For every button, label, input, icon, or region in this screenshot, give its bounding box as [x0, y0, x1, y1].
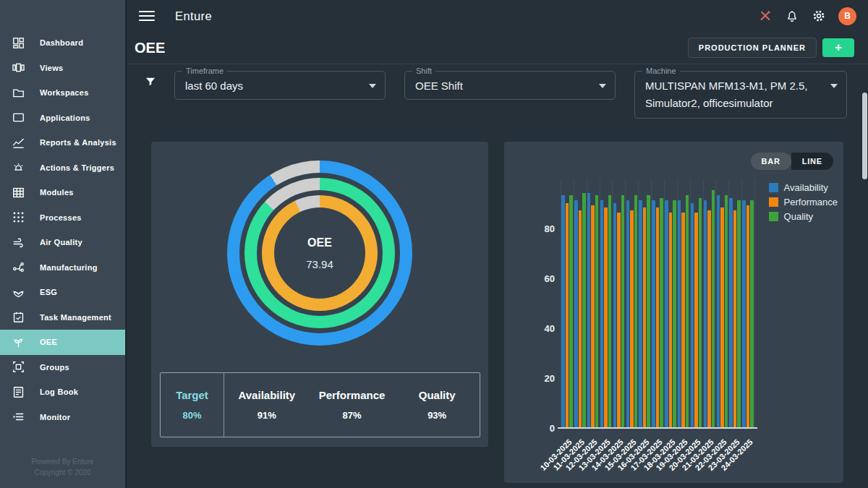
sidebar-item-oee[interactable]: OEE — [0, 330, 125, 355]
toggle-line[interactable]: LINE — [791, 153, 833, 170]
sidebar-item-groups[interactable]: Groups — [0, 355, 125, 380]
bar-availability — [574, 200, 578, 427]
legend-swatch — [769, 197, 778, 207]
bar-quality — [608, 195, 612, 427]
filter-icon[interactable] — [145, 76, 156, 87]
shift-select[interactable]: Shift OEE Shift — [404, 71, 616, 100]
siren-icon — [12, 160, 25, 174]
sidebar-item-label: Applications — [40, 114, 90, 122]
sidebar-item-actions-triggers[interactable]: Actions & Triggers — [0, 155, 125, 181]
leaf-icon — [12, 286, 25, 299]
bar-quality — [725, 195, 728, 427]
air-icon — [12, 236, 25, 249]
toggle-bar[interactable]: BAR — [751, 153, 791, 170]
sidebar-nav: DashboardViewsWorkspacesApplicationsRepo… — [0, 0, 125, 429]
copyright-text: Copyright © 2020 — [0, 467, 125, 478]
scrollbar-thumb[interactable] — [862, 93, 867, 179]
bar-group-18-03-2025 — [664, 200, 677, 427]
build-icon[interactable] — [758, 9, 773, 23]
bar-availability — [561, 195, 565, 427]
gridline — [754, 179, 755, 427]
x-tick-label: 24-03-2025 — [668, 435, 748, 448]
bar-availability — [704, 200, 707, 427]
bar-availability — [691, 203, 694, 428]
legend-item-quality[interactable]: Quality — [769, 211, 838, 222]
bar-availability — [639, 200, 642, 427]
bar-group-12-03-2025 — [587, 193, 600, 427]
legend-item-performance[interactable]: Performance — [769, 197, 838, 207]
y-tick-label: 80 — [523, 223, 555, 234]
sidebar-item-monitor[interactable]: Monitor — [0, 405, 125, 430]
bar-group-19-03-2025 — [677, 195, 690, 427]
notifications-icon[interactable] — [785, 9, 799, 23]
monitor-lines-icon — [12, 410, 25, 424]
sidebar-item-dashboard[interactable]: Dashboard — [0, 30, 125, 56]
timeframe-value: last 60 days — [175, 72, 385, 100]
timeframe-select[interactable]: Timeframe last 60 days — [174, 71, 386, 100]
stat-label: Availability — [239, 389, 296, 401]
oee-bar-chart-card: BARLINE AvailabilityPerformanceQuality 0… — [504, 142, 843, 483]
table-grid-icon — [12, 186, 25, 200]
sidebar-item-manufacturing[interactable]: Manufacturing — [0, 255, 125, 281]
bar-group-11-03-2025 — [574, 193, 587, 427]
sidebar-item-processes[interactable]: Processes — [0, 205, 125, 231]
bar-quality — [712, 190, 715, 427]
chevron-down-icon — [830, 84, 838, 88]
sidebar-item-log-book[interactable]: Log Book — [0, 380, 125, 405]
bar-quality — [660, 198, 663, 427]
avatar[interactable]: B — [838, 7, 856, 25]
donut-center-value: 73.94 — [306, 258, 333, 270]
bar-availability — [613, 203, 617, 428]
bar-availability — [729, 198, 733, 427]
donut-ring-performance: OEE73.94 — [244, 178, 395, 328]
sidebar-item-label: ESG — [40, 288, 57, 296]
sidebar-item-label: Log Book — [40, 388, 78, 396]
legend-item-availability[interactable]: Availability — [769, 182, 838, 193]
bar-performance — [604, 207, 608, 427]
sidebar-item-reports-analysis[interactable]: Reports & Analysis — [0, 130, 125, 155]
settings-icon[interactable] — [812, 9, 826, 23]
chart-type-toggle[interactable]: BARLINE — [751, 153, 834, 170]
shift-value: OEE Shift — [405, 72, 615, 100]
bar-quality — [647, 195, 650, 427]
bar-availability — [665, 200, 668, 427]
bar-group-15-03-2025 — [625, 195, 638, 427]
production-planner-button[interactable]: PRODUCTION PLANNER — [688, 38, 817, 58]
bar-performance — [681, 213, 685, 427]
y-tick-label: 60 — [523, 273, 555, 284]
sidebar-item-label: Workspaces — [40, 88, 89, 97]
sprout-icon — [12, 335, 25, 349]
sidebar-item-modules[interactable]: Modules — [0, 180, 125, 205]
bar-availability — [587, 193, 591, 427]
stat-target: Target80% — [161, 373, 224, 437]
bar-group-10-03-2025 — [561, 195, 574, 427]
bar-quality — [595, 195, 599, 427]
sidebar: DashboardViewsWorkspacesApplicationsRepo… — [0, 0, 125, 488]
sidebar-item-esg[interactable]: ESG — [0, 280, 125, 305]
sidebar-item-task-management[interactable]: Task Management — [0, 305, 125, 330]
sidebar-item-label: Actions & Triggers — [40, 163, 114, 172]
bar-performance — [720, 207, 724, 427]
machine-value: MULTISPAN MFM13-M1, PM 2.5, Simulator2, … — [635, 72, 846, 118]
sidebar-item-views[interactable]: Views — [0, 56, 125, 81]
page-header: OEE PRODUCTION PLANNER + — [127, 32, 868, 64]
donut-ring-quality: OEE73.94 — [262, 195, 378, 311]
chevron-down-icon — [369, 84, 376, 88]
add-button[interactable]: + — [822, 38, 854, 57]
sidebar-item-workspaces[interactable]: Workspaces — [0, 80, 125, 106]
frame-icon — [12, 360, 25, 374]
machine-select[interactable]: Machine MULTISPAN MFM13-M1, PM 2.5, Simu… — [634, 71, 847, 119]
sidebar-footer: Powered By Enture Copyright © 2020 — [0, 456, 125, 478]
bar-availability — [742, 200, 746, 427]
bar-availability — [678, 200, 681, 427]
sidebar-item-air-quality[interactable]: Air Quality — [0, 230, 125, 255]
bar-availability — [600, 200, 604, 427]
main-area: Enture B OEE PRODUCTION PLANNER + Timefr… — [125, 0, 868, 488]
menu-icon[interactable] — [139, 8, 155, 24]
sidebar-item-label: Dashboard — [40, 38, 83, 47]
topbar-icons: B — [758, 7, 856, 25]
bar-performance — [707, 210, 711, 427]
sidebar-item-label: Reports & Analysis — [40, 138, 116, 147]
sidebar-item-applications[interactable]: Applications — [0, 106, 125, 131]
stat-label: Target — [176, 389, 208, 401]
